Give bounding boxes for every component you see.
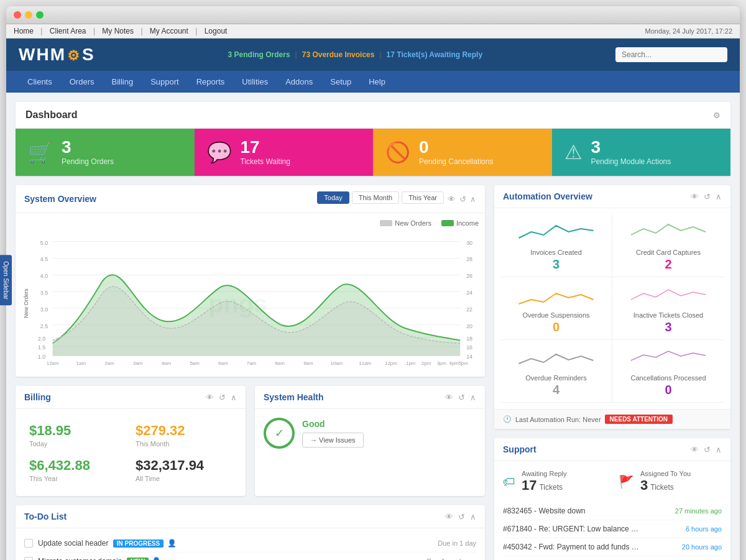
todo-eye-icon[interactable]: 👁 [445, 512, 453, 521]
alert-sep-1: | [295, 50, 297, 59]
legend-orders-color [380, 220, 392, 226]
svg-text:11am: 11am [359, 360, 371, 366]
todo-item-1: Migrate customer domain NEW 👤 Due 1 week… [24, 553, 476, 560]
nav-clients[interactable]: Clients [19, 71, 61, 93]
dashboard-title: Dashboard [25, 109, 78, 121]
minimize-button[interactable] [25, 11, 32, 19]
health-refresh-icon[interactable]: ↺ [458, 393, 465, 402]
stat-tickets-waiting[interactable]: 💬 17 Tickets Waiting [195, 129, 374, 176]
nav-help[interactable]: Help [360, 71, 394, 93]
automation-collapse-icon[interactable]: ∧ [716, 192, 722, 201]
support-title: Support [503, 444, 536, 454]
svg-text:8am: 8am [275, 360, 285, 366]
support-eye-icon[interactable]: 👁 [691, 445, 699, 454]
legend-income: Income [441, 219, 479, 227]
auto-overdue-remind: Overdue Reminders 4 [500, 340, 612, 403]
my-account-link[interactable]: My Account [150, 27, 188, 35]
svg-text:6am: 6am [218, 360, 228, 366]
svg-text:2.5: 2.5 [40, 323, 48, 329]
ticket-text-1[interactable]: #671840 - Re: URGENT: Low balance in you… [503, 525, 640, 533]
nav-billing[interactable]: Billing [103, 71, 142, 93]
health-collapse-icon[interactable]: ∧ [470, 393, 476, 402]
nav-support[interactable]: Support [142, 71, 188, 93]
stat-module-actions[interactable]: ⚠ 3 Pending Module Actions [552, 129, 731, 176]
tab-this-year[interactable]: This Year [402, 191, 444, 204]
ticket-text-2[interactable]: #450342 - Fwd: Payment to add funds to R… [503, 543, 640, 551]
maximize-button[interactable] [36, 11, 44, 19]
billing-alltime-amount: $32,317.94 [136, 457, 232, 474]
auto-invoices-label: Invoices Created [507, 249, 606, 256]
awaiting-reply-stat: 🏷 Awaiting Reply 17 Tickets [503, 470, 606, 493]
billing-header: Billing 👁 ↺ ∧ [16, 386, 246, 409]
billing-refresh-icon[interactable]: ↺ [219, 393, 226, 402]
cancel-icon: 🚫 [385, 140, 410, 164]
svg-text:2pm: 2pm [421, 360, 431, 366]
billing-today-label: Today [29, 440, 126, 448]
dashboard-settings-icon[interactable]: ⚙ [713, 111, 721, 120]
billing-all-time: $32,317.94 All Time [131, 452, 237, 487]
todo-user-0: 👤 [167, 539, 177, 548]
todo-collapse-icon[interactable]: ∧ [470, 512, 476, 521]
view-issues-button[interactable]: → View Issues [302, 433, 364, 448]
todo-checkbox-0[interactable] [24, 539, 33, 548]
close-button[interactable] [14, 11, 21, 19]
support-collapse-icon[interactable]: ∧ [716, 445, 722, 454]
ticket-time-0: 27 minutes ago [675, 507, 722, 515]
health-eye-icon[interactable]: 👁 [445, 393, 453, 402]
stat-orders-content: 3 Pending Orders [62, 139, 114, 166]
nav-utilities[interactable]: Utilities [233, 71, 277, 93]
home-link[interactable]: Home [14, 27, 34, 35]
overview-refresh-icon[interactable]: ↺ [459, 195, 466, 204]
nav-addons[interactable]: Addons [277, 71, 321, 93]
header-search-area [615, 47, 727, 62]
overview-collapse-icon[interactable]: ∧ [470, 195, 476, 204]
nav-setup[interactable]: Setup [321, 71, 360, 93]
system-health-card: System Health 👁 ↺ ∧ ✓ Good [255, 386, 485, 496]
nav-orders[interactable]: Orders [61, 71, 103, 93]
automation-refresh-icon[interactable]: ↺ [704, 192, 711, 201]
stat-cancel-content: 0 Pending Cancellations [419, 139, 493, 166]
support-header: Support 👁 ↺ ∧ [494, 438, 730, 461]
auto-cc-label: Credit Card Captures [619, 249, 718, 256]
todo-due-0: Due in 1 day [438, 539, 476, 547]
ticket-text-0[interactable]: #832465 - Website down [503, 507, 640, 515]
todo-text-0: Update social header IN PROGRESS 👤 [38, 539, 433, 548]
logo[interactable]: WHM⚙S [19, 45, 95, 65]
search-input[interactable] [615, 47, 727, 62]
svg-text:24: 24 [466, 290, 472, 296]
pending-orders-alert[interactable]: 3 Pending Orders [228, 50, 290, 59]
logout-link[interactable]: Logout [205, 27, 228, 35]
nav-reports[interactable]: Reports [188, 71, 234, 93]
client-area-link[interactable]: Client Area [50, 27, 86, 35]
todo-refresh-icon[interactable]: ↺ [458, 512, 465, 521]
stat-cancellations[interactable]: 🚫 0 Pending Cancellations [373, 129, 552, 176]
system-overview-header: System Overview Today This Month This Ye… [16, 185, 485, 213]
cart-icon: 🛒 [28, 140, 53, 164]
dashboard-header: Dashboard ⚙ [16, 102, 730, 129]
overview-eye-icon[interactable]: 👁 [448, 195, 456, 204]
open-sidebar-tab[interactable]: Open Sidebar [6, 255, 12, 306]
svg-text:30: 30 [466, 240, 472, 246]
billing-eye-icon[interactable]: 👁 [206, 393, 214, 402]
svg-text:1.0: 1.0 [38, 354, 45, 360]
auto-remind-value: 4 [507, 383, 606, 397]
tab-today[interactable]: Today [317, 191, 349, 204]
todo-checkbox-1[interactable] [24, 557, 33, 560]
tickets-awaiting-alert[interactable]: 17 Ticket(s) Awaiting Reply [387, 50, 483, 59]
billing-today-amount: $18.95 [29, 423, 126, 439]
assigned-count: 3 [640, 477, 648, 493]
logo-gear-icon: ⚙ [67, 48, 81, 63]
billing-collapse-icon[interactable]: ∧ [231, 393, 237, 402]
stat-pending-orders[interactable]: 🛒 3 Pending Orders [16, 129, 195, 176]
billing-year-amount: $6,432.88 [29, 457, 126, 474]
auto-suspend-label: Overdue Suspensions [507, 311, 606, 319]
stat-boxes: 🛒 3 Pending Orders 💬 17 Tickets Waiting [16, 129, 730, 176]
stat-tickets-content: 17 Tickets Waiting [241, 139, 290, 166]
overdue-invoices-alert[interactable]: 73 Overdue Invoices [302, 50, 375, 59]
automation-eye-icon[interactable]: 👁 [691, 192, 699, 201]
tab-this-month[interactable]: This Month [352, 191, 399, 204]
support-refresh-icon[interactable]: ↺ [704, 445, 711, 454]
my-notes-link[interactable]: My Notes [102, 27, 134, 35]
auto-invoices-created: Invoices Created 3 [500, 214, 612, 277]
assigned-to-you-stat: 🚩 Assigned To You 3 Tickets [619, 470, 722, 493]
